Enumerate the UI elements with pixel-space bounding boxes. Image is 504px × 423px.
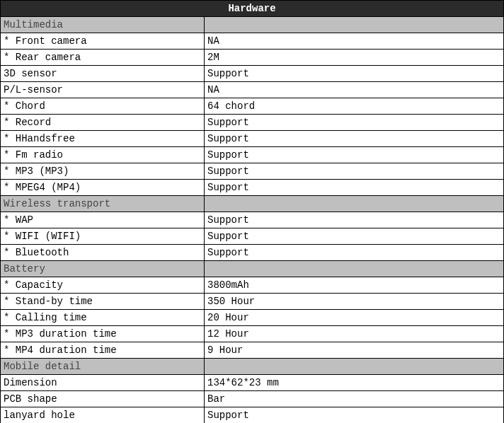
table-row: * WAPSupport — [1, 212, 504, 228]
row-label: * Chord — [1, 98, 205, 115]
table-row: lanyard holeSupport — [1, 407, 504, 424]
table-row: * RecordSupport — [1, 115, 504, 131]
row-value: Support — [205, 180, 504, 196]
table-row: * Rear camera2M — [1, 50, 504, 66]
row-label: * HHandsfree — [1, 131, 205, 147]
row-label: * Record — [1, 115, 205, 131]
table-row: P/L-sensorNA — [1, 82, 504, 98]
row-label: * Stand-by time — [1, 294, 205, 310]
hardware-spec-table: Hardware Multimedia* Front cameraNA* Rea… — [0, 0, 504, 423]
table-row: * Fm radioSupport — [1, 147, 504, 163]
row-value: Support — [205, 147, 504, 163]
row-value: Support — [205, 115, 504, 131]
row-label: * WIFI (WIFI) — [1, 228, 205, 245]
table-row: * Calling time20 Hour — [1, 310, 504, 326]
table-row: PCB shapeBar — [1, 391, 504, 407]
section-blank — [205, 261, 504, 277]
row-label: * Rear camera — [1, 50, 205, 66]
table-row: Dimension134*62*23 mm — [1, 375, 504, 391]
table-row: * Front cameraNA — [1, 33, 504, 50]
table-row: 3D sensorSupport — [1, 66, 504, 82]
row-value: Support — [205, 407, 504, 424]
row-value: 20 Hour — [205, 310, 504, 326]
row-label: 3D sensor — [1, 66, 205, 82]
row-value: 3800mAh — [205, 277, 504, 294]
row-value: Support — [205, 163, 504, 180]
section-row: Wireless transport — [1, 196, 504, 212]
section-title: Mobile detail — [1, 359, 205, 375]
table-row: * BluetoothSupport — [1, 245, 504, 261]
row-value: 9 Hour — [205, 342, 504, 359]
row-value: 350 Hour — [205, 294, 504, 310]
row-value: 2M — [205, 50, 504, 66]
row-label: * MP3 duration time — [1, 326, 205, 342]
table-row: * MPEG4 (MP4)Support — [1, 180, 504, 196]
row-label: * MPEG4 (MP4) — [1, 180, 205, 196]
section-row: Multimedia — [1, 17, 504, 33]
row-value: Support — [205, 131, 504, 147]
row-value: 134*62*23 mm — [205, 375, 504, 391]
table-row: * MP4 duration time9 Hour — [1, 342, 504, 359]
row-label: * Fm radio — [1, 147, 205, 163]
row-label: * Calling time — [1, 310, 205, 326]
table-row: * Capacity3800mAh — [1, 277, 504, 294]
section-blank — [205, 359, 504, 375]
row-label: * Capacity — [1, 277, 205, 294]
row-value: Bar — [205, 391, 504, 407]
table-row: * WIFI (WIFI)Support — [1, 228, 504, 245]
section-title: Multimedia — [1, 17, 205, 33]
row-value: Support — [205, 228, 504, 245]
table-row: * MP3 (MP3)Support — [1, 163, 504, 180]
row-label: * MP4 duration time — [1, 342, 205, 359]
table-row: * Stand-by time350 Hour — [1, 294, 504, 310]
section-title: Battery — [1, 261, 205, 277]
section-title: Wireless transport — [1, 196, 205, 212]
row-value: NA — [205, 33, 504, 50]
row-value: Support — [205, 66, 504, 82]
row-label: P/L-sensor — [1, 82, 205, 98]
section-blank — [205, 17, 504, 33]
table-row: * HHandsfreeSupport — [1, 131, 504, 147]
row-label: * MP3 (MP3) — [1, 163, 205, 180]
row-label: PCB shape — [1, 391, 205, 407]
row-label: * Bluetooth — [1, 245, 205, 261]
row-label: lanyard hole — [1, 407, 205, 424]
table-header-row: Hardware — [1, 1, 504, 17]
table-row: * Chord64 chord — [1, 98, 504, 115]
row-value: NA — [205, 82, 504, 98]
section-blank — [205, 196, 504, 212]
row-value: Support — [205, 212, 504, 228]
row-label: Dimension — [1, 375, 205, 391]
table-header: Hardware — [1, 1, 504, 17]
row-label: * WAP — [1, 212, 205, 228]
section-row: Mobile detail — [1, 359, 504, 375]
section-row: Battery — [1, 261, 504, 277]
row-value: Support — [205, 245, 504, 261]
row-label: * Front camera — [1, 33, 205, 50]
table-row: * MP3 duration time12 Hour — [1, 326, 504, 342]
row-value: 64 chord — [205, 98, 504, 115]
row-value: 12 Hour — [205, 326, 504, 342]
